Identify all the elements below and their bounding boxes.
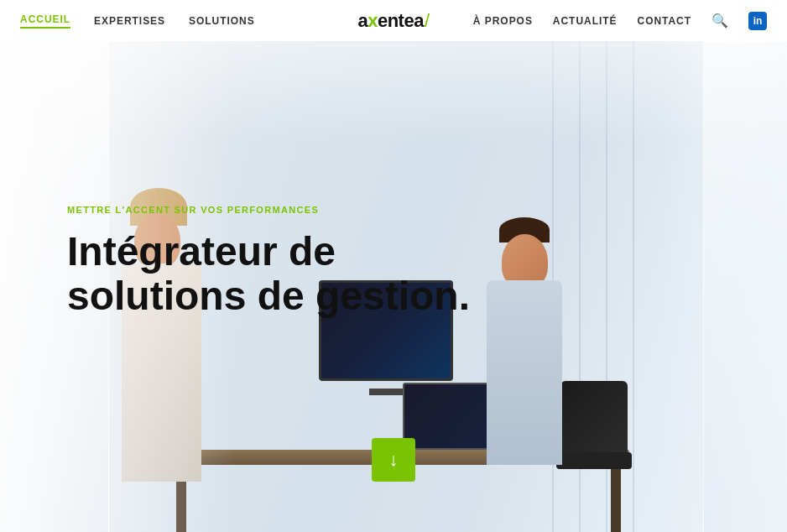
hero-title: Intégrateur de solutions de gestion. xyxy=(67,230,503,319)
linkedin-icon[interactable]: in xyxy=(748,12,767,30)
nav-item-accueil[interactable]: ACCUEIL xyxy=(20,13,70,29)
nav-item-contact[interactable]: CONTACT xyxy=(638,15,692,27)
search-icon[interactable]: 🔍 xyxy=(711,13,728,29)
navbar: ACCUEIL EXPERTISES SOLUTIONS axentea/ À … xyxy=(0,0,787,41)
logo-text-x: x xyxy=(367,10,378,32)
hero-subtitle: METTRE L'ACCENT SUR VOS PERFORMANCES xyxy=(67,205,787,215)
nav-item-solutions[interactable]: SOLUTIONS xyxy=(189,15,255,27)
scroll-down-button[interactable]: ↓ xyxy=(372,438,415,482)
nav-item-a-propos[interactable]: À PROPOS xyxy=(473,15,533,27)
nav-right: À PROPOS ACTUALITÉ CONTACT 🔍 in xyxy=(473,12,767,30)
hero-title-line1: Intégrateur de xyxy=(67,229,336,274)
nav-item-expertises[interactable]: EXPERTISES xyxy=(94,15,165,27)
logo-slash: / xyxy=(425,10,430,32)
logo-text-ax: a xyxy=(357,10,367,32)
hero-section: METTRE L'ACCENT SUR VOS PERFORMANCES Int… xyxy=(0,0,787,532)
nav-left: ACCUEIL EXPERTISES SOLUTIONS xyxy=(20,13,255,29)
nav-item-actualite[interactable]: ACTUALITÉ xyxy=(553,15,618,27)
logo-text-entea: entea xyxy=(378,10,424,32)
hero-title-line2: solutions de gestion. xyxy=(67,274,470,318)
logo[interactable]: axentea/ xyxy=(357,10,429,32)
chevron-down-icon: ↓ xyxy=(389,451,399,469)
